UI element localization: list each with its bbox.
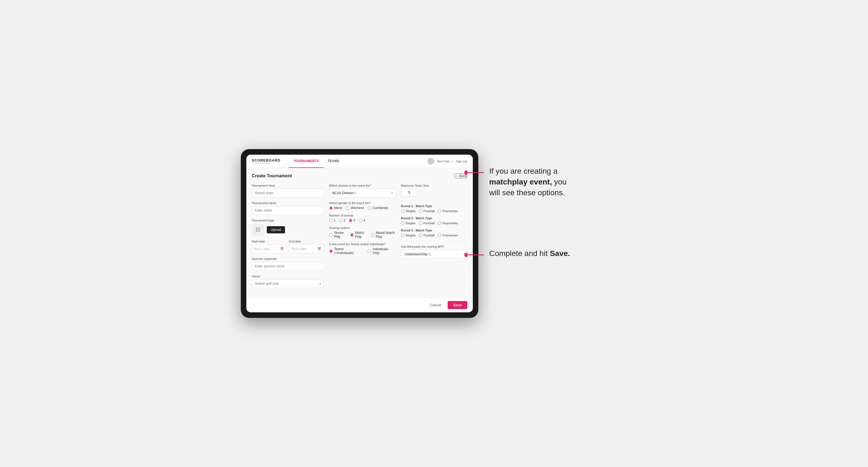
gender-combined[interactable]: Combined [368, 206, 388, 210]
form-footer: Cancel Save [246, 298, 473, 312]
round3-fourball-radio[interactable] [419, 234, 422, 237]
round2-fourball-label: Fourball [424, 221, 435, 225]
round1-fourball[interactable]: Fourball [419, 209, 435, 213]
third-party-label: Use third-party live scoring API? [401, 245, 467, 248]
division-wrapper: NCAA Division I [329, 189, 396, 197]
scoring-stroke-radio[interactable] [329, 233, 333, 237]
round1-foursomes-radio[interactable] [438, 209, 441, 213]
round2-singles[interactable]: Singles [401, 221, 415, 225]
teams-radio[interactable] [329, 249, 333, 253]
rounds-field: Number of rounds 1 2 3 [329, 214, 396, 222]
round2-foursomes-radio[interactable] [438, 221, 441, 225]
round2-singles-label: Singles [406, 221, 415, 225]
round1-foursomes[interactable]: Foursomes [438, 209, 458, 213]
tag-close-icon[interactable]: ✕ [428, 253, 430, 256]
upload-button[interactable]: Upload [267, 226, 285, 234]
round3-singles-label: Singles [406, 234, 415, 237]
main-nav: TOURNAMENTS TEAMS [288, 155, 427, 168]
gender-womens-radio[interactable] [346, 206, 350, 210]
tournament-name-input[interactable] [252, 206, 324, 215]
sign-out-link[interactable]: Sign out [456, 160, 467, 163]
round-3[interactable]: 3 [349, 218, 355, 222]
start-date-label: Start date [252, 240, 286, 243]
scoring-radio-group: Stroke Play Match Play Medal Match Play [329, 231, 396, 239]
round2-singles-radio[interactable] [401, 221, 404, 225]
round-4-label: 4 [364, 218, 365, 222]
scoring-medal[interactable]: Medal Match Play [371, 231, 396, 239]
main-content: Create Tournament ← Back Tournament Host… [246, 168, 473, 298]
scoring-stroke[interactable]: Stroke Play [329, 231, 346, 239]
gender-field: Which gender is the event for? Mens Wome… [329, 201, 396, 210]
scoring-match[interactable]: Match Play [350, 231, 367, 239]
round1-singles[interactable]: Singles [401, 209, 415, 213]
left-column: Tournament Host Tournament name Tourname… [252, 184, 324, 292]
cancel-button[interactable]: Cancel [426, 301, 445, 309]
scoring-match-radio[interactable] [350, 233, 354, 237]
avatar [428, 158, 434, 165]
end-date-input[interactable]: Pick a date 📅 [289, 244, 324, 253]
brand-logo: SCOREBOARD Powered by clippit [252, 158, 281, 164]
round-1[interactable]: 1 [329, 218, 336, 222]
round3-singles-radio[interactable] [401, 234, 404, 237]
round1-fourball-label: Fourball [424, 209, 435, 213]
gender-womens-label: Womens [351, 206, 364, 210]
page-title: Create Tournament [252, 174, 292, 178]
separator: | [453, 160, 453, 163]
round3-match-type: Round 3 - Match Type Singles Fourball Fo… [401, 229, 467, 237]
gender-mens[interactable]: Mens [329, 206, 342, 210]
round-2[interactable]: 2 [339, 218, 345, 222]
scoring-medal-radio[interactable] [371, 233, 374, 237]
scoring-match-label: Match Play [355, 231, 367, 239]
gender-womens[interactable]: Womens [346, 206, 364, 210]
sponsor-field: Sponsor (optional) [252, 257, 324, 271]
teams-field: Is this event for Teams and/or Individua… [329, 243, 396, 255]
round1-fourball-radio[interactable] [419, 209, 422, 213]
max-team-size-input[interactable] [401, 189, 417, 196]
arrow-matchplay-icon [465, 167, 487, 178]
round3-fourball[interactable]: Fourball [419, 234, 435, 237]
gender-mens-radio[interactable] [329, 206, 333, 210]
save-text-before: Complete and hit [489, 249, 550, 258]
tournament-host-input[interactable] [252, 189, 324, 197]
brand-title: SCOREBOARD [252, 158, 281, 162]
round-1-radio[interactable] [329, 219, 333, 222]
venue-input[interactable] [252, 279, 324, 288]
round1-singles-radio[interactable] [401, 209, 404, 213]
tag-value: Leaderboard King [405, 253, 427, 256]
calendar-icon: 📅 [280, 247, 284, 251]
start-date-group: Start date Pick a date 📅 [252, 240, 286, 253]
round2-fourball-radio[interactable] [419, 221, 422, 225]
annotations-panel: If you are creating a matchplay event, y… [489, 149, 627, 259]
max-team-size-field: Maximum Team Size [401, 184, 467, 196]
nav-tournaments[interactable]: TOURNAMENTS [288, 155, 323, 168]
gender-combined-radio[interactable] [368, 206, 371, 210]
teams-radio-group: Teams (+Individuals) Individuals Only [329, 247, 396, 255]
round3-foursomes[interactable]: Foursomes [438, 234, 458, 237]
round-4[interactable]: 4 [359, 218, 365, 222]
third-party-select[interactable]: Leaderboard King ✕ ▾ [401, 250, 467, 258]
round1-singles-label: Singles [406, 209, 415, 213]
app-header: SCOREBOARD Powered by clippit TOURNAMENT… [246, 155, 473, 168]
tablet-screen: SCOREBOARD Powered by clippit TOURNAMENT… [246, 155, 473, 312]
round2-foursomes[interactable]: Foursomes [438, 221, 458, 225]
individuals-label-text: Individuals Only [373, 247, 395, 255]
round-4-radio[interactable] [359, 219, 362, 222]
brand-subtitle: Powered by clippit [252, 162, 281, 164]
round3-foursomes-radio[interactable] [438, 234, 441, 237]
teams-option[interactable]: Teams (+Individuals) [329, 247, 364, 255]
round1-match-type: Round 1 - Match Type Singles Fourball Fo… [401, 205, 467, 213]
round3-options: Singles Fourball Foursomes [401, 234, 467, 237]
round-2-radio[interactable] [339, 219, 342, 222]
start-date-input[interactable]: Pick a date 📅 [252, 244, 286, 253]
individuals-option[interactable]: Individuals Only [368, 247, 395, 255]
round3-singles[interactable]: Singles [401, 234, 415, 237]
round2-fourball[interactable]: Fourball [419, 221, 435, 225]
individuals-radio[interactable] [368, 249, 371, 253]
round-1-label: 1 [334, 218, 336, 222]
sponsor-input[interactable] [252, 262, 324, 271]
round-3-radio[interactable] [349, 219, 352, 222]
division-select[interactable]: NCAA Division I [329, 189, 396, 197]
tournament-logo-label: Tournament logo [252, 219, 324, 222]
nav-teams[interactable]: TEAMS [323, 155, 344, 168]
save-button[interactable]: Save [448, 301, 467, 309]
